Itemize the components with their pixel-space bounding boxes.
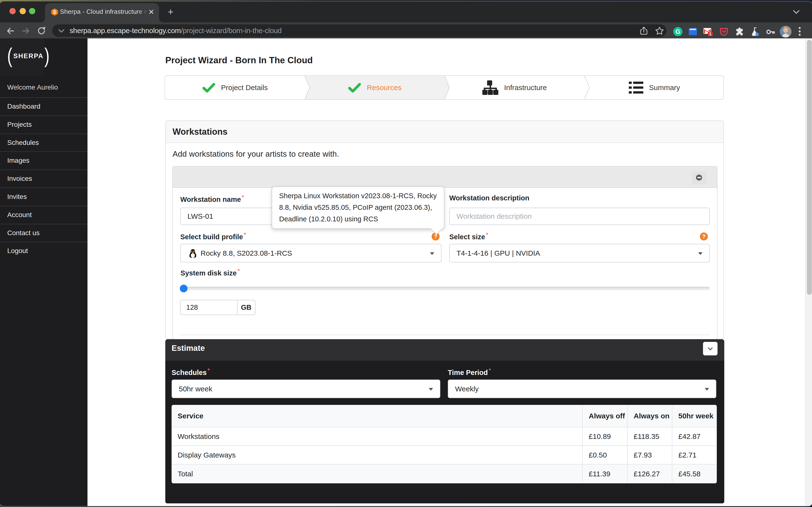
svg-text:1: 1 [709,32,711,36]
